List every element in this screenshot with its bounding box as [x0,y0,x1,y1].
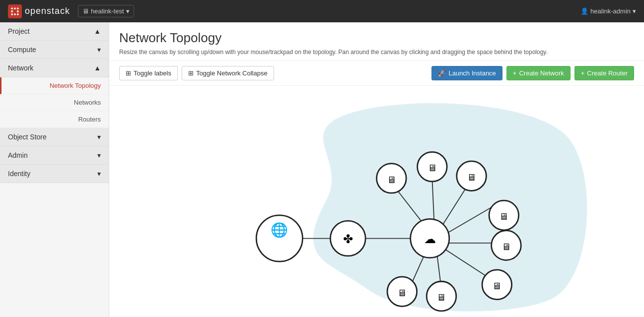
launch-instance-button[interactable]: 🚀 Launch Instance [431,66,502,80]
svg-rect-1 [14,7,15,9]
sidebar-section-compute[interactable]: Compute ▾ [0,41,109,59]
user-icon: 👤 [580,7,588,15]
topology-canvas[interactable]: 🌐 ✤ ☁ 🖥 🖥 🖥 🖥 [109,86,644,317]
sidebar-section-object-store[interactable]: Object Store ▾ [0,128,109,146]
openstack-logo-icon [8,4,22,18]
sidebar-collapse-object-store-icon: ▾ [97,133,101,141]
project-name: healink-test [91,7,124,15]
sidebar-collapse-admin-icon: ▾ [97,151,101,159]
svg-text:🖥: 🖥 [428,163,437,173]
sidebar-section-object-store-label: Object Store [8,133,47,141]
svg-rect-6 [14,13,15,15]
create-router-button[interactable]: + Create Router [574,66,634,80]
plus-network-icon: + [513,69,517,77]
page-description: Resize the canvas by scrolling up/down w… [119,49,634,56]
toolbar-right: 🚀 Launch Instance + Create Network + Cre… [431,66,634,80]
toggle-network-collapse-button[interactable]: ⊞ Toggle Network Collapse [182,66,274,80]
svg-rect-2 [17,7,18,9]
sidebar-section-network-label: Network [8,64,33,72]
svg-text:✤: ✤ [343,232,353,246]
rocket-icon: 🚀 [438,69,446,77]
topbar-right[interactable]: 👤 healink-admin ▾ [580,7,636,15]
dropdown-chevron-icon: ▾ [126,7,130,15]
toolbar-left: ⊞ Toggle labels ⊞ Toggle Network Collaps… [119,66,274,80]
topbar-left: openstack 🖥 healink-test ▾ [8,4,134,18]
sidebar-section-identity[interactable]: Identity ▾ [0,165,109,183]
svg-text:🖥: 🖥 [387,175,396,185]
create-network-button[interactable]: + Create Network [506,66,571,80]
sidebar: Project ▲ Compute ▾ Network ▲ Network To… [0,22,109,317]
sidebar-collapse-project-icon: ▲ [94,27,101,35]
logo: openstack [8,4,70,18]
sidebar-section-identity-label: Identity [8,170,30,178]
svg-text:🖥: 🖥 [436,292,446,303]
svg-text:🖥: 🖥 [492,281,501,291]
logo-text: openstack [25,6,70,16]
sidebar-collapse-compute-icon: ▾ [97,46,101,54]
topology-svg: 🌐 ✤ ☁ 🖥 🖥 🖥 🖥 [109,86,644,317]
sidebar-section-admin-label: Admin [8,151,28,159]
page-title: Network Topology [119,30,634,46]
sidebar-section-admin[interactable]: Admin ▾ [0,146,109,165]
svg-text:🌐: 🌐 [271,222,288,238]
sidebar-item-networks[interactable]: Networks [0,94,109,111]
topbar: openstack 🖥 healink-test ▾ 👤 healink-adm… [0,0,644,22]
user-name: healink-admin [590,7,631,15]
svg-rect-3 [11,10,13,12]
project-selector[interactable]: 🖥 healink-test ▾ [78,5,134,17]
svg-text:☁: ☁ [424,232,436,246]
sidebar-section-network[interactable]: Network ▲ [0,59,109,77]
user-dropdown-chevron-icon: ▾ [633,7,636,15]
svg-rect-7 [17,13,18,15]
svg-text:🖥: 🖥 [467,172,476,183]
layout: Project ▲ Compute ▾ Network ▲ Network To… [0,22,644,317]
svg-rect-4 [17,10,18,12]
sidebar-collapse-network-icon: ▲ [94,64,101,72]
sidebar-section-compute-label: Compute [8,46,36,54]
sidebar-section-project-label: Project [8,27,30,35]
sidebar-section-project[interactable]: Project ▲ [0,22,109,41]
sidebar-collapse-identity-icon: ▾ [97,170,101,178]
svg-rect-0 [11,7,13,9]
svg-rect-5 [11,13,13,15]
toggle-labels-button[interactable]: ⊞ Toggle labels [119,66,178,80]
sidebar-item-routers[interactable]: Routers [0,111,109,128]
grid-icon: ⊞ [126,69,131,77]
svg-text:🖥: 🖥 [397,288,407,298]
toolbar: ⊞ Toggle labels ⊞ Toggle Network Collaps… [109,61,644,86]
main-content: Network Topology Resize the canvas by sc… [109,22,644,317]
plus-router-icon: + [581,69,585,77]
svg-text:🖥: 🖥 [499,211,508,222]
grid2-icon: ⊞ [188,69,194,77]
monitor-icon: 🖥 [82,7,89,15]
main-header: Network Topology Resize the canvas by sc… [109,22,644,61]
svg-text:🖥: 🖥 [501,242,511,252]
sidebar-item-network-topology[interactable]: Network Topology [0,77,109,94]
